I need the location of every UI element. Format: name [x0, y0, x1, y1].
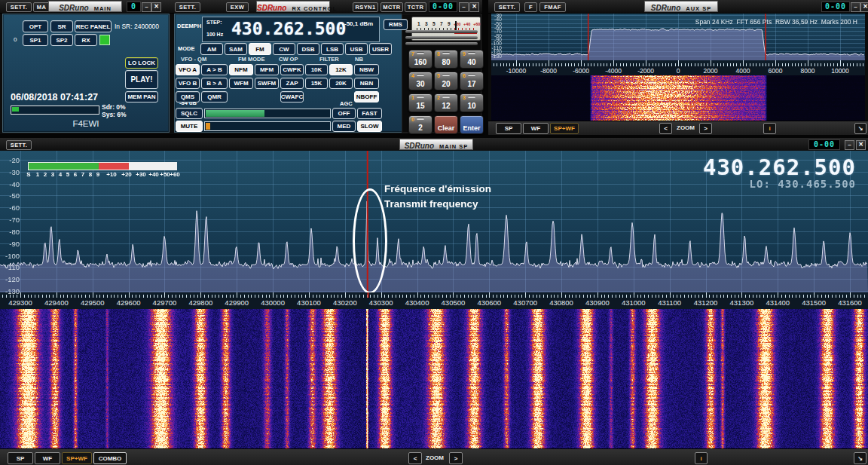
- sqlc-button[interactable]: SQLC: [176, 108, 203, 119]
- rx-cwpk-button[interactable]: CWPK: [280, 64, 304, 75]
- step-value[interactable]: 100 Hz: [206, 32, 223, 37]
- rx-mode-usb[interactable]: USB: [345, 43, 368, 55]
- agc-med-button[interactable]: MED: [332, 121, 356, 132]
- mem-pan-button[interactable]: MEM PAN: [125, 91, 158, 102]
- main-ma-button[interactable]: MA: [33, 2, 50, 12]
- rx-12k-button[interactable]: 12K: [329, 64, 353, 75]
- aux-zoom-in-button[interactable]: >: [699, 123, 712, 134]
- aux-info-button[interactable]: i: [763, 123, 776, 134]
- main-sett-button[interactable]: SETT.: [6, 2, 32, 12]
- agc-slow-button[interactable]: SLOW: [357, 121, 382, 132]
- mainsp-sp-button[interactable]: SP: [8, 452, 33, 464]
- rx-mode-sam[interactable]: SAM: [225, 43, 247, 55]
- rx-20k-button[interactable]: 20K: [329, 78, 353, 89]
- rx-mode-fm[interactable]: FM: [249, 43, 271, 55]
- minimize-icon[interactable]: –: [142, 2, 151, 12]
- sp2-button[interactable]: SP2: [50, 34, 73, 46]
- rx-exw-button[interactable]: EXW: [226, 2, 249, 12]
- rx-15k-button[interactable]: 15K: [305, 78, 328, 89]
- rx-vfo-a-button[interactable]: VFO A: [176, 64, 200, 75]
- mainsp-wf-button[interactable]: WF: [35, 452, 60, 464]
- rx-mode-am[interactable]: AM: [200, 43, 223, 55]
- rec-panel-button[interactable]: REC PANEL: [75, 20, 112, 32]
- mainsp-spwf-button[interactable]: SP+WF: [62, 452, 92, 464]
- rx-frequency-display[interactable]: STEP: 100 Hz 430.262.500 -50,1 dBm: [202, 17, 380, 42]
- rx-section-label: VFO - QM: [181, 56, 206, 63]
- rsyn1-button[interactable]: RSYN1: [353, 2, 378, 12]
- rx-mfm-button[interactable]: MFM: [255, 64, 279, 75]
- play-button[interactable]: PLAY!: [125, 70, 158, 89]
- keypad-clear[interactable]: Clear: [434, 115, 458, 134]
- main-waterfall-canvas[interactable]: [0, 309, 868, 448]
- rx-vfo-b-button[interactable]: VFO B: [176, 78, 200, 89]
- rx-sett-button[interactable]: SETT.: [175, 2, 200, 12]
- rx-mode-dsb[interactable]: DSB: [297, 43, 319, 55]
- tctr-button[interactable]: TCTR: [405, 2, 426, 12]
- rx-mode-cw[interactable]: CW: [273, 43, 295, 55]
- close-icon[interactable]: ✕: [151, 2, 161, 12]
- rx-nboff-button[interactable]: NBOFF: [354, 91, 379, 102]
- aux-f-button[interactable]: F: [524, 2, 537, 12]
- aux-wf-button[interactable]: WF: [523, 123, 549, 134]
- minimize-icon[interactable]: –: [851, 2, 860, 12]
- mainsp-zoom-out-button[interactable]: <: [408, 452, 422, 464]
- keypad-15[interactable]: 115: [408, 93, 432, 112]
- mainsp-info-button[interactable]: i: [695, 452, 708, 464]
- keypad-17[interactable]: 617: [460, 72, 484, 90]
- keypad-2[interactable]: 02: [408, 115, 432, 134]
- rx-nbn-button[interactable]: NBN: [354, 78, 379, 89]
- sp1-button[interactable]: SP1: [23, 34, 48, 46]
- agc-off-button[interactable]: OFF: [332, 108, 356, 119]
- keypad-30[interactable]: 430: [408, 72, 432, 90]
- aux-waterfall-canvas[interactable]: [491, 75, 865, 121]
- keypad-160[interactable]: 7160: [408, 50, 432, 69]
- close-icon[interactable]: ✕: [469, 2, 479, 12]
- keypad-10[interactable]: 310: [460, 93, 484, 112]
- mute-button[interactable]: MUTE: [176, 121, 203, 132]
- lo-lock-button[interactable]: LO LOCK: [125, 57, 158, 69]
- mainsp-sett-button[interactable]: SETT.: [6, 140, 32, 150]
- aux-spwf-button[interactable]: SP+WF: [550, 123, 579, 134]
- aux-fmaf-button[interactable]: FMAF: [539, 2, 566, 12]
- rx-b-a-button[interactable]: B > A: [201, 78, 228, 89]
- rx-frequency-value[interactable]: 430.262.500: [231, 19, 344, 38]
- mainsp-resize-icon[interactable]: ↘: [854, 452, 866, 464]
- volume-slider[interactable]: [204, 121, 331, 131]
- aux-sett-button[interactable]: SETT.: [494, 2, 520, 12]
- keypad-20[interactable]: 520: [434, 72, 458, 90]
- keypad-12[interactable]: 212: [434, 93, 458, 112]
- rx-swfm-button[interactable]: SWFM: [255, 78, 279, 89]
- mainsp-frequency-value[interactable]: 430.262.500: [703, 154, 856, 180]
- keypad-40[interactable]: 940: [460, 50, 484, 69]
- rx-qmr-button[interactable]: QMR: [201, 91, 228, 102]
- opt-button[interactable]: OPT: [23, 20, 48, 32]
- rx-mode-lsb[interactable]: LSB: [321, 43, 344, 55]
- rx-qms-button[interactable]: QMS: [176, 91, 200, 102]
- rx-a-b-button[interactable]: A > B: [201, 64, 228, 75]
- mainsp-zoom-in-button[interactable]: >: [449, 452, 463, 464]
- rx-mode-user[interactable]: USER: [369, 43, 392, 55]
- aux-x-tick-label: 10000: [831, 67, 849, 75]
- rx-10k-button[interactable]: 10K: [305, 64, 328, 75]
- close-icon[interactable]: ✕: [856, 140, 866, 150]
- keypad-enter[interactable]: Enter: [460, 115, 484, 134]
- rx-zap-button[interactable]: ZAP: [280, 78, 304, 89]
- rms-button[interactable]: RMS: [384, 19, 408, 30]
- minimize-icon[interactable]: –: [845, 140, 854, 150]
- mctr-button[interactable]: MCTR: [381, 2, 403, 12]
- sr-button[interactable]: SR: [50, 20, 73, 32]
- rx-cwafc-button[interactable]: CWAFC: [280, 91, 304, 102]
- keypad-80[interactable]: 880: [434, 50, 458, 69]
- aux-zoom-out-button[interactable]: <: [659, 123, 672, 134]
- squelch-slider[interactable]: [204, 109, 331, 118]
- minimize-icon[interactable]: –: [459, 2, 469, 12]
- mainsp-combo-button[interactable]: COMBO: [93, 452, 127, 464]
- aux-resize-icon[interactable]: ↘: [854, 123, 866, 134]
- rx-wfm-button[interactable]: WFM: [229, 78, 253, 89]
- rx-button[interactable]: RX: [75, 34, 97, 46]
- aux-sp-button[interactable]: SP: [496, 123, 521, 134]
- rx-nbw-button[interactable]: NBW: [354, 64, 379, 75]
- close-icon[interactable]: ✕: [860, 2, 868, 12]
- rx-nfm-button[interactable]: NFM: [229, 64, 253, 75]
- agc-fast-button[interactable]: FAST: [357, 108, 382, 119]
